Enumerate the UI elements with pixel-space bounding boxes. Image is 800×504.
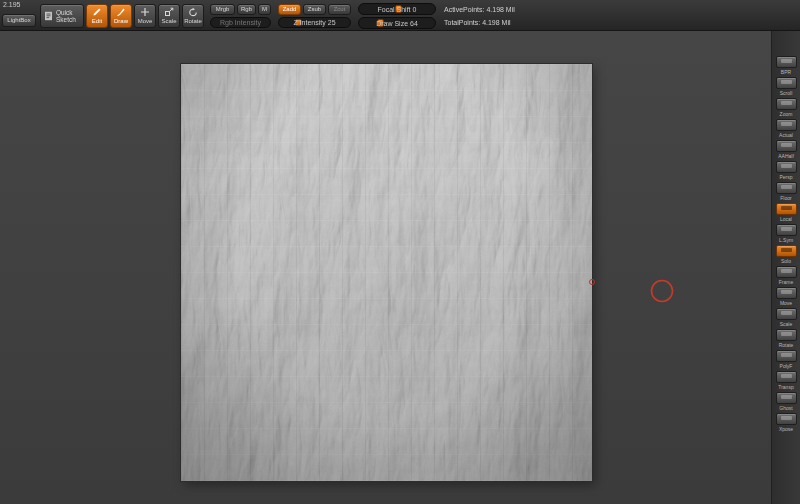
shelf-item-lsym[interactable]: L.Sym bbox=[773, 224, 799, 243]
shelf-item-bpr[interactable]: BPR bbox=[773, 56, 799, 75]
focal-shift-value: 0 bbox=[413, 6, 417, 13]
zcut-button[interactable]: Zcut bbox=[328, 4, 351, 15]
m-button[interactable]: M bbox=[258, 4, 271, 15]
sculpt-document[interactable] bbox=[181, 64, 592, 481]
scale-icon bbox=[164, 7, 174, 17]
draw-button[interactable]: Draw bbox=[110, 4, 132, 28]
scale-label: Scale bbox=[161, 18, 176, 25]
hand-icon bbox=[776, 77, 797, 89]
draw-label: Draw bbox=[114, 18, 128, 25]
shelf-item-rotate[interactable]: Rotate bbox=[773, 329, 799, 348]
shelf-item-aahalf[interactable]: AAHalf bbox=[773, 140, 799, 159]
solo-icon bbox=[776, 245, 797, 257]
shelf-item-zoom[interactable]: Zoom bbox=[773, 98, 799, 117]
sketch-icon bbox=[44, 11, 54, 21]
draw-size-value: 64 bbox=[410, 20, 418, 27]
canvas[interactable] bbox=[0, 31, 771, 504]
rgb-label: Rgb bbox=[241, 6, 252, 13]
quick-sketch-label: Quick Sketch bbox=[56, 9, 80, 23]
focal-shift-label: Focal Shift bbox=[378, 6, 411, 13]
zcut-label: Zcut bbox=[334, 6, 346, 13]
transparency-icon bbox=[776, 371, 797, 383]
z-intensity-value: 25 bbox=[328, 19, 336, 26]
pencil-icon bbox=[92, 7, 102, 17]
draw-size-label: Draw Size bbox=[376, 20, 408, 27]
xpose-icon bbox=[776, 413, 797, 425]
shelf-item-transp[interactable]: Transp bbox=[773, 371, 799, 390]
top-shelf: 2.195 LightBox Quick Sketch Edit Draw bbox=[0, 0, 800, 31]
shelf-item-scale[interactable]: Scale bbox=[773, 308, 799, 327]
aa-half-icon bbox=[776, 140, 797, 152]
shelf-item-move[interactable]: Move bbox=[773, 287, 799, 306]
rotate-gizmo-icon bbox=[776, 329, 797, 341]
local-pivot-icon bbox=[776, 203, 797, 215]
lighting-vignette bbox=[181, 64, 592, 481]
lightbox-button[interactable]: LightBox bbox=[2, 14, 36, 27]
right-shelf: BPR Scroll Zoom Actual AAHalf Persp bbox=[771, 31, 800, 504]
zadd-button[interactable]: Zadd bbox=[278, 4, 301, 15]
shelf-item-local[interactable]: Local bbox=[773, 203, 799, 222]
z-intensity-slider[interactable]: Z Intensity 25 bbox=[278, 17, 351, 28]
frame-icon bbox=[776, 266, 797, 278]
move-button[interactable]: Move bbox=[134, 4, 156, 28]
bpr-icon bbox=[776, 56, 797, 68]
shelf-item-floor[interactable]: Floor bbox=[773, 182, 799, 201]
zsub-button[interactable]: Zsub bbox=[303, 4, 326, 15]
z-intensity-label: Z Intensity bbox=[293, 19, 325, 26]
zsub-label: Zsub bbox=[308, 6, 321, 13]
ghost-icon bbox=[776, 392, 797, 404]
shelf-item-solo[interactable]: Solo bbox=[773, 245, 799, 264]
draw-size-slider[interactable]: Draw Size 64 bbox=[358, 17, 436, 29]
actual-size-icon bbox=[776, 119, 797, 131]
rotate-label: Rotate bbox=[184, 18, 202, 25]
red-dot-marker bbox=[589, 279, 595, 285]
rgb-button[interactable]: Rgb bbox=[237, 4, 256, 15]
rotate-button[interactable]: Rotate bbox=[182, 4, 204, 28]
move-icon bbox=[140, 7, 150, 17]
brush-icon bbox=[116, 7, 126, 17]
shelf-item-polyf[interactable]: PolyF bbox=[773, 350, 799, 369]
shelf-item-persp[interactable]: Persp bbox=[773, 161, 799, 180]
lightbox-label: LightBox bbox=[7, 17, 30, 24]
workspace: BPR Scroll Zoom Actual AAHalf Persp bbox=[0, 31, 800, 504]
version-label: 2.195 bbox=[3, 1, 21, 8]
mrgb-label: Mrgb bbox=[216, 6, 230, 13]
zadd-label: Zadd bbox=[283, 6, 297, 13]
shelf-item-frame[interactable]: Frame bbox=[773, 266, 799, 285]
symmetry-icon bbox=[776, 224, 797, 236]
zbrush-app: 2.195 LightBox Quick Sketch Edit Draw bbox=[0, 0, 800, 504]
rgb-intensity-label: Rgb Intensity bbox=[220, 19, 261, 26]
move-label: Move bbox=[138, 18, 153, 25]
active-points-stat: ActivePoints: 4.198 Mil bbox=[444, 6, 515, 13]
scale-gizmo-icon bbox=[776, 308, 797, 320]
focal-shift-slider[interactable]: Focal Shift 0 bbox=[358, 3, 436, 15]
wireframe-icon bbox=[776, 350, 797, 362]
magnifier-icon bbox=[776, 98, 797, 110]
move-gizmo-icon bbox=[776, 287, 797, 299]
m-label: M bbox=[262, 6, 267, 13]
scale-button[interactable]: Scale bbox=[158, 4, 180, 28]
shelf-item-scroll[interactable]: Scroll bbox=[773, 77, 799, 96]
edit-button[interactable]: Edit bbox=[86, 4, 108, 28]
rgb-intensity-slider[interactable]: Rgb Intensity bbox=[210, 17, 271, 28]
brush-cursor-icon bbox=[649, 278, 675, 304]
edit-label: Edit bbox=[92, 18, 102, 25]
quick-sketch-button[interactable]: Quick Sketch bbox=[40, 4, 84, 28]
total-points-stat: TotalPoints: 4.198 Mil bbox=[444, 19, 511, 26]
perspective-icon bbox=[776, 161, 797, 173]
mrgb-button[interactable]: Mrgb bbox=[210, 4, 235, 15]
shelf-item-ghost[interactable]: Ghost bbox=[773, 392, 799, 411]
shelf-item-actual[interactable]: Actual bbox=[773, 119, 799, 138]
floor-grid-icon bbox=[776, 182, 797, 194]
shelf-item-xpose[interactable]: Xpose bbox=[773, 413, 799, 432]
rotate-icon bbox=[188, 7, 198, 17]
